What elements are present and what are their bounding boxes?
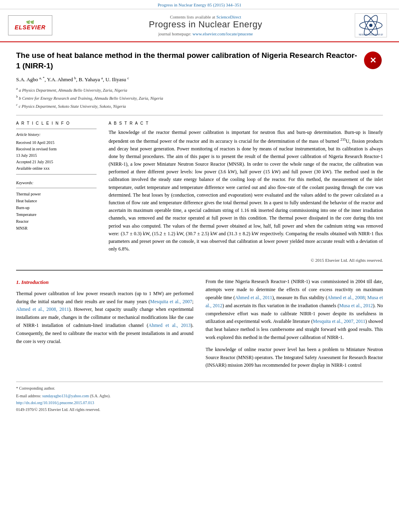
body-col-left: 1. Introduction Thermal power calibratio… [16, 278, 193, 374]
divider-1 [16, 115, 383, 115]
article-title: The use of heat balance method in the th… [16, 50, 359, 71]
intro-para-3: The knowledge of online reactor power le… [206, 346, 383, 370]
keyword-3: Burn-up [16, 204, 97, 211]
keyword-2: Heat balance [16, 197, 97, 204]
keyword-6: MNSR [16, 225, 97, 232]
keyword-1: Thermal power [16, 191, 97, 197]
crossmark-circle: ✕ [364, 51, 382, 69]
article-title-section: The use of heat balance method in the th… [16, 50, 383, 71]
elsevier-brand-name: ELSEVIER [14, 24, 45, 31]
article-info-column: A R T I C L E I N F O Article history: R… [16, 121, 97, 263]
journal-header-center: Contents lists available at ScienceDirec… [60, 14, 351, 36]
journal-reference-bar: Progress in Nuclear Energy 85 (2015) 344… [0, 0, 399, 9]
elsevier-decorative: 🌿🌿 [26, 21, 34, 24]
info-abstract-columns: A R T I C L E I N F O Article history: R… [16, 121, 383, 263]
nuclear-logo-inner: PROGRESS IN NUCLEAR ENERGY [359, 14, 383, 37]
footer-copyright: 0149-1970/© 2015 Elsevier Ltd. All right… [16, 407, 383, 412]
affiliation-a: a a Physics Department, Ahmadu Bello Uni… [16, 86, 383, 93]
affiliation-b: b b Centre for Energy Research and Train… [16, 94, 383, 101]
article-info-header: A R T I C L E I N F O [16, 121, 97, 125]
citation-ahmed-2008b[interactable]: Ahmed et al., 2008 [327, 295, 365, 300]
keywords-label: Keywords: [16, 179, 97, 186]
abstract-column: A B S T R A C T The knowledge of the rea… [109, 121, 383, 263]
nuclear-logo-container: PROGRESS IN NUCLEAR ENERGY [355, 13, 391, 37]
citation-mesquita-2007b[interactable]: Mesquita et al., 2007, 2011 [313, 318, 366, 324]
available-online: Available online xxx [16, 165, 97, 172]
keyword-5: Reactor [16, 218, 97, 225]
received-date: Received 10 April 2015 [16, 140, 97, 146]
email-note: E-mail address: sundayagbo131@yahoo.com … [16, 393, 383, 399]
affiliation-c: c c Physics Department, Sokoto State Uni… [16, 102, 383, 109]
article-history: Article history: Received 10 April 2015 … [16, 129, 97, 175]
citation-ahmed-2008[interactable]: Ahmed et al., 2008, 2011 [16, 306, 69, 312]
elsevier-logo-container: 🌿🌿 ELSEVIER [8, 15, 56, 35]
email-label: E-mail address: [16, 394, 41, 398]
svg-text:PROGRESS IN NUCLEAR ENERGY: PROGRESS IN NUCLEAR ENERGY [359, 33, 383, 36]
main-content: The use of heat balance method in the th… [0, 42, 399, 420]
authors-text: S.A. Agbo a, *, Y.A. Ahmed b, B. Yahaya … [16, 76, 129, 82]
svg-point-3 [369, 24, 372, 27]
sciencedirect-info: Contents lists available at ScienceDirec… [60, 14, 351, 19]
keywords-section: Keywords: Thermal power Heat balance Bur… [16, 179, 97, 232]
section-divider [16, 270, 383, 271]
footer-section: * Corresponding author. E-mail address: … [16, 382, 383, 412]
homepage-prefix: journal homepage: [158, 31, 191, 36]
crossmark-cross-icon: ✕ [370, 55, 376, 65]
authors-section: S.A. Agbo a, *, Y.A. Ahmed b, B. Yahaya … [16, 76, 383, 82]
citation-mesquita-2007[interactable]: Mesquita et al., 2007 [150, 299, 192, 304]
body-col-right: From the time Nigeria Research Reactor-1… [206, 278, 383, 374]
sciencedirect-link[interactable]: ScienceDirect [216, 14, 241, 19]
journal-homepage-info: journal homepage: www.elsevier.com/locat… [60, 31, 351, 36]
affiliations-section: a a Physics Department, Ahmadu Bello Uni… [16, 86, 383, 110]
citation-ahmed-2011[interactable]: Ahmed et al., 2011 [235, 295, 272, 300]
accepted-date: Accepted 21 July 2015 [16, 159, 97, 165]
journal-main-title: Progress in Nuclear Energy [60, 19, 351, 30]
received-revised-label: Received in revised form [16, 146, 97, 152]
revised-date: 13 July 2015 [16, 152, 97, 159]
doi-link[interactable]: http://dx.doi.org/10.1016/j.pnucene.2015… [16, 401, 383, 405]
journal-header: 🌿🌿 ELSEVIER Contents lists available at … [0, 9, 399, 42]
history-label: Article history: [16, 131, 97, 138]
atom-icon: PROGRESS IN NUCLEAR ENERGY [359, 14, 383, 37]
citation-ahmed-2013[interactable]: Ahmed et al., 2013 [148, 322, 191, 328]
abstract-text: The knowledge of the reactor thermal pow… [109, 129, 383, 253]
copyright-notice: © 2015 Elsevier Ltd. All rights reserved… [109, 258, 383, 263]
keywords-list: Thermal power Heat balance Burn-up Tempe… [16, 188, 97, 232]
intro-section-title: 1. Introduction [16, 278, 193, 286]
sciencedirect-prefix: Contents lists available at [170, 14, 215, 19]
abstract-header: A B S T R A C T [109, 121, 383, 125]
homepage-link[interactable]: www.elsevier.com/locate/pnucene [192, 31, 253, 36]
keyword-4: Temperature [16, 211, 97, 218]
corresponding-author-note: * Corresponding author. [16, 385, 383, 391]
citation-musa-2012b[interactable]: Musa et al., 2012 [339, 303, 373, 308]
journal-reference-text: Progress in Nuclear Energy 85 (2015) 344… [158, 2, 241, 7]
crossmark-badge: ✕ [363, 50, 383, 70]
corresponding-author-label: * Corresponding author. [16, 386, 55, 390]
email-value[interactable]: sundayagbo131@yahoo.com [42, 394, 89, 398]
email-suffix: (S.A. Agbo). [90, 394, 111, 398]
body-content: 1. Introduction Thermal power calibratio… [16, 278, 383, 374]
nuclear-journal-logo: PROGRESS IN NUCLEAR ENERGY [355, 13, 387, 37]
intro-para-1: Thermal power calibration of low power r… [16, 290, 193, 346]
elsevier-logo: 🌿🌿 ELSEVIER [8, 15, 52, 35]
intro-para-2: From the time Nigeria Research Reactor-1… [206, 278, 383, 341]
